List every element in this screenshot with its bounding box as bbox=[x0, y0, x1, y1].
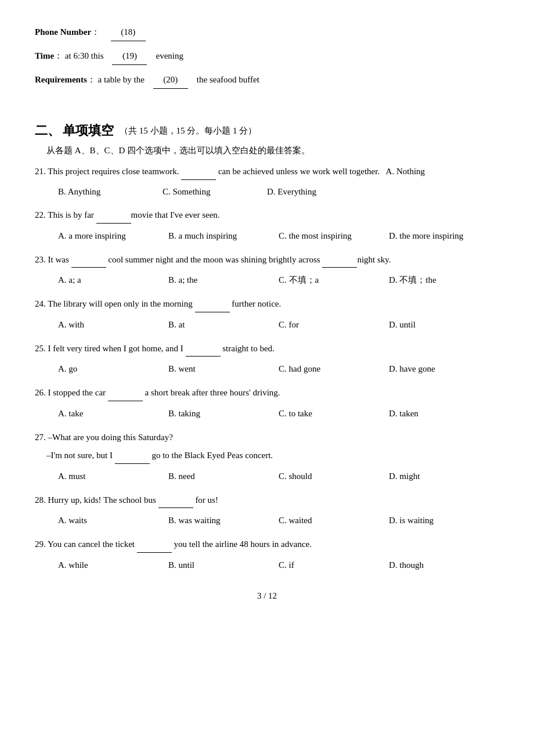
q23-optA: A. a; a bbox=[58, 271, 168, 289]
q26-optC: C. to take bbox=[279, 405, 389, 422]
q26-optA: A. take bbox=[58, 405, 168, 422]
q23-blank2 bbox=[322, 253, 357, 268]
q28-optB: B. was waiting bbox=[168, 512, 279, 529]
q23-optD: D. 不填；the bbox=[389, 271, 499, 289]
page-footer: 3 / 12 bbox=[35, 591, 499, 601]
question-27: 27. –What are you doing this Saturday? –… bbox=[35, 430, 499, 485]
req-block: Requirements： a table by the (20) the se… bbox=[35, 71, 499, 89]
q24-optD: D. until bbox=[389, 316, 499, 333]
q23-blank1 bbox=[71, 253, 106, 268]
q25-optB: B. went bbox=[168, 360, 279, 377]
q25-options: A. go B. went C. had gone D. have gone bbox=[58, 360, 499, 377]
q27-stem-a: 27. –What are you doing this Saturday? bbox=[35, 430, 499, 445]
question-28: 28. Hurry up, kids! The school bus for u… bbox=[35, 493, 499, 530]
q26-blank bbox=[108, 386, 143, 401]
time-label: Time bbox=[35, 51, 54, 60]
req-blank-space bbox=[147, 75, 151, 84]
question-23: 23. It was cool summer night and the moo… bbox=[35, 253, 499, 289]
q25-optC: C. had gone bbox=[279, 360, 389, 377]
q26-stem: 26. I stopped the car a short break afte… bbox=[35, 386, 499, 401]
q22-optD: D. the more inspiring bbox=[389, 227, 499, 244]
q27-optC: C. should bbox=[279, 467, 389, 485]
q28-optC: C. waited bbox=[279, 512, 389, 529]
q21-optD: D. Everything bbox=[267, 183, 354, 200]
req-blank: (20) bbox=[153, 71, 188, 89]
phone-blank: (18) bbox=[111, 23, 146, 41]
q21-stem: 21. This project requires close teamwork… bbox=[35, 164, 499, 180]
section2-instructions: 从各题 A、B、C、D 四个选项中，选出可以填入空白处的最佳答案。 bbox=[46, 145, 499, 156]
q27-stem-b: –I'm not sure, but I go to the Black Eye… bbox=[46, 448, 499, 464]
question-25: 25. I felt very tired when I got home, a… bbox=[35, 341, 499, 378]
q23-stem: 23. It was cool summer night and the moo… bbox=[35, 253, 499, 268]
q22-optC: C. the most inspiring bbox=[279, 227, 389, 244]
q22-optA: A. a more inspiring bbox=[58, 227, 168, 244]
q28-stem: 28. Hurry up, kids! The school bus for u… bbox=[35, 493, 499, 509]
q24-optC: C. for bbox=[279, 316, 389, 333]
req-blank-space2 bbox=[190, 75, 195, 84]
section2-header: 二、 单项填空 （共 15 小题，15 分。每小题 1 分） bbox=[35, 122, 499, 139]
question-26: 26. I stopped the car a short break afte… bbox=[35, 386, 499, 422]
q28-optD: D. is waiting bbox=[389, 512, 499, 529]
q26-optD: D. taken bbox=[389, 405, 499, 422]
time-blank: (19) bbox=[112, 47, 147, 65]
q21-options: B. Anything C. Something D. Everything bbox=[58, 183, 499, 200]
q24-optA: A. with bbox=[58, 316, 168, 333]
phone-label: Phone Number bbox=[35, 27, 91, 37]
req-prefix: a table by the bbox=[98, 75, 144, 84]
q24-blank bbox=[195, 297, 230, 312]
page-number: 3 / 12 bbox=[257, 591, 277, 600]
q27-optA: A. must bbox=[58, 467, 168, 485]
section2-subtitle: （共 15 小题，15 分。每小题 1 分） bbox=[120, 125, 257, 136]
q29-stem: 29. You can cancel the ticket you tell t… bbox=[35, 537, 499, 553]
req-label: Requirements bbox=[35, 75, 87, 84]
time-prefix: at 6:30 this bbox=[65, 51, 104, 60]
q23-optC: C. 不填；a bbox=[279, 271, 389, 289]
q29-options: A. while B. until C. if D. though bbox=[58, 556, 499, 574]
q25-blank bbox=[186, 341, 221, 357]
phone-blank-space bbox=[102, 27, 109, 37]
time-suffix: evening bbox=[156, 51, 183, 60]
req-suffix: the seafood buffet bbox=[197, 75, 259, 84]
question-24: 24. The library will open only in the mo… bbox=[35, 297, 499, 333]
question-29: 29. You can cancel the ticket you tell t… bbox=[35, 537, 499, 574]
section2-title: 单项填空 bbox=[63, 122, 114, 139]
q28-blank bbox=[158, 493, 193, 509]
q27-options: A. must B. need C. should D. might bbox=[58, 467, 499, 485]
q27-optD: D. might bbox=[389, 467, 499, 485]
q22-options: A. a more inspiring B. a much inspiring … bbox=[58, 227, 499, 244]
section2-number: 二、 bbox=[35, 122, 60, 139]
q27-blank bbox=[115, 448, 150, 464]
time-blank-space bbox=[106, 51, 110, 60]
q27-optB: B. need bbox=[168, 467, 279, 485]
time-blank-space2 bbox=[149, 51, 154, 60]
question-22: 22. This is by far movie that I've ever … bbox=[35, 208, 499, 244]
q25-stem: 25. I felt very tired when I got home, a… bbox=[35, 341, 499, 357]
q23-options: A. a; a B. a; the C. 不填；a D. 不填；the bbox=[58, 271, 499, 289]
q29-optA: A. while bbox=[58, 556, 168, 574]
q25-optA: A. go bbox=[58, 360, 168, 377]
q22-stem: 22. This is by far movie that I've ever … bbox=[35, 208, 499, 224]
q21-blank bbox=[181, 164, 216, 180]
q24-options: A. with B. at C. for D. until bbox=[58, 316, 499, 333]
q25-optD: D. have gone bbox=[389, 360, 499, 377]
q29-blank bbox=[137, 537, 172, 553]
q29-optB: B. until bbox=[168, 556, 279, 574]
q26-options: A. take B. taking C. to take D. taken bbox=[58, 405, 499, 422]
q26-optB: B. taking bbox=[168, 405, 279, 422]
time-block: Time： at 6:30 this (19) evening bbox=[35, 47, 499, 65]
q29-optC: C. if bbox=[279, 556, 389, 574]
q21-optC: C. Something bbox=[163, 183, 250, 200]
q29-optD: D. though bbox=[389, 556, 499, 574]
question-21: 21. This project requires close teamwork… bbox=[35, 164, 499, 200]
q28-options: A. waits B. was waiting C. waited D. is … bbox=[58, 512, 499, 529]
q23-optB: B. a; the bbox=[168, 271, 279, 289]
q24-optB: B. at bbox=[168, 316, 279, 333]
q24-stem: 24. The library will open only in the mo… bbox=[35, 297, 499, 312]
q22-blank bbox=[96, 208, 131, 224]
q28-optA: A. waits bbox=[58, 512, 168, 529]
q21-optB: B. Anything bbox=[58, 183, 145, 200]
q22-optB: B. a much inspiring bbox=[168, 227, 279, 244]
phone-block: Phone Number： (18) bbox=[35, 23, 499, 41]
